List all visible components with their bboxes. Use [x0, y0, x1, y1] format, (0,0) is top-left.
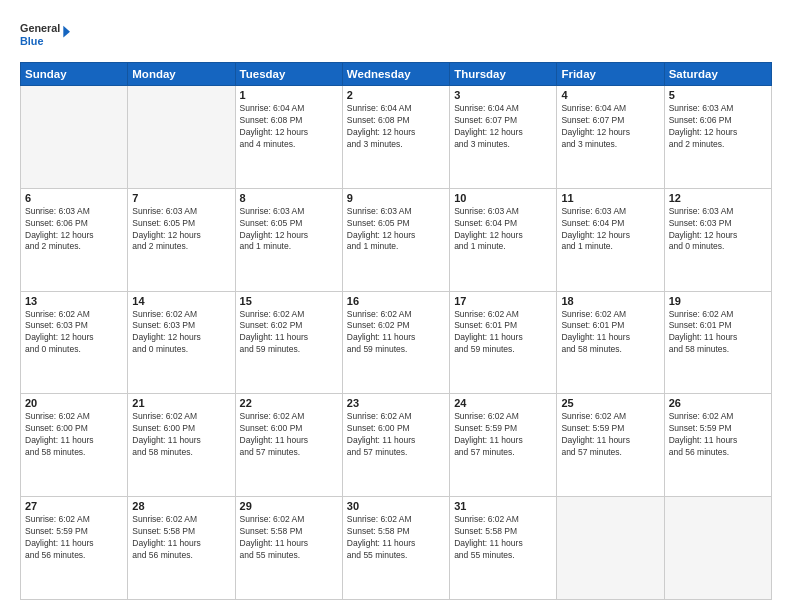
day-info: Sunrise: 6:02 AM Sunset: 6:03 PM Dayligh…	[132, 309, 230, 357]
day-info: Sunrise: 6:02 AM Sunset: 5:58 PM Dayligh…	[454, 514, 552, 562]
calendar-cell: 25Sunrise: 6:02 AM Sunset: 5:59 PM Dayli…	[557, 394, 664, 497]
calendar-cell: 1Sunrise: 6:04 AM Sunset: 6:08 PM Daylig…	[235, 86, 342, 189]
day-info: Sunrise: 6:02 AM Sunset: 5:59 PM Dayligh…	[669, 411, 767, 459]
day-number: 21	[132, 397, 230, 409]
header-day: Monday	[128, 63, 235, 86]
day-info: Sunrise: 6:02 AM Sunset: 5:58 PM Dayligh…	[347, 514, 445, 562]
day-info: Sunrise: 6:03 AM Sunset: 6:05 PM Dayligh…	[132, 206, 230, 254]
day-info: Sunrise: 6:03 AM Sunset: 6:05 PM Dayligh…	[347, 206, 445, 254]
day-number: 27	[25, 500, 123, 512]
day-info: Sunrise: 6:04 AM Sunset: 6:08 PM Dayligh…	[347, 103, 445, 151]
calendar-cell: 21Sunrise: 6:02 AM Sunset: 6:00 PM Dayli…	[128, 394, 235, 497]
day-number: 1	[240, 89, 338, 101]
calendar-cell: 22Sunrise: 6:02 AM Sunset: 6:00 PM Dayli…	[235, 394, 342, 497]
calendar-cell: 13Sunrise: 6:02 AM Sunset: 6:03 PM Dayli…	[21, 291, 128, 394]
day-number: 23	[347, 397, 445, 409]
day-info: Sunrise: 6:02 AM Sunset: 5:59 PM Dayligh…	[454, 411, 552, 459]
calendar-cell: 12Sunrise: 6:03 AM Sunset: 6:03 PM Dayli…	[664, 188, 771, 291]
day-info: Sunrise: 6:03 AM Sunset: 6:04 PM Dayligh…	[561, 206, 659, 254]
day-number: 25	[561, 397, 659, 409]
day-number: 8	[240, 192, 338, 204]
calendar-cell: 30Sunrise: 6:02 AM Sunset: 5:58 PM Dayli…	[342, 497, 449, 600]
calendar-cell: 19Sunrise: 6:02 AM Sunset: 6:01 PM Dayli…	[664, 291, 771, 394]
svg-marker-2	[63, 26, 70, 38]
day-info: Sunrise: 6:02 AM Sunset: 6:02 PM Dayligh…	[347, 309, 445, 357]
calendar-cell: 9Sunrise: 6:03 AM Sunset: 6:05 PM Daylig…	[342, 188, 449, 291]
day-info: Sunrise: 6:02 AM Sunset: 6:00 PM Dayligh…	[25, 411, 123, 459]
calendar-cell: 5Sunrise: 6:03 AM Sunset: 6:06 PM Daylig…	[664, 86, 771, 189]
calendar-cell: 15Sunrise: 6:02 AM Sunset: 6:02 PM Dayli…	[235, 291, 342, 394]
day-number: 31	[454, 500, 552, 512]
day-number: 22	[240, 397, 338, 409]
calendar-cell: 17Sunrise: 6:02 AM Sunset: 6:01 PM Dayli…	[450, 291, 557, 394]
day-info: Sunrise: 6:03 AM Sunset: 6:05 PM Dayligh…	[240, 206, 338, 254]
day-number: 15	[240, 295, 338, 307]
day-number: 10	[454, 192, 552, 204]
day-info: Sunrise: 6:02 AM Sunset: 5:58 PM Dayligh…	[132, 514, 230, 562]
day-info: Sunrise: 6:02 AM Sunset: 6:02 PM Dayligh…	[240, 309, 338, 357]
calendar-cell: 28Sunrise: 6:02 AM Sunset: 5:58 PM Dayli…	[128, 497, 235, 600]
calendar-cell: 14Sunrise: 6:02 AM Sunset: 6:03 PM Dayli…	[128, 291, 235, 394]
calendar-cell: 18Sunrise: 6:02 AM Sunset: 6:01 PM Dayli…	[557, 291, 664, 394]
day-number: 29	[240, 500, 338, 512]
calendar-cell: 29Sunrise: 6:02 AM Sunset: 5:58 PM Dayli…	[235, 497, 342, 600]
calendar-cell: 24Sunrise: 6:02 AM Sunset: 5:59 PM Dayli…	[450, 394, 557, 497]
header-day: Saturday	[664, 63, 771, 86]
day-number: 17	[454, 295, 552, 307]
page: General Blue SundayMondayTuesdayWednesda…	[0, 0, 792, 612]
day-number: 26	[669, 397, 767, 409]
calendar-cell: 2Sunrise: 6:04 AM Sunset: 6:08 PM Daylig…	[342, 86, 449, 189]
day-info: Sunrise: 6:04 AM Sunset: 6:08 PM Dayligh…	[240, 103, 338, 151]
day-number: 2	[347, 89, 445, 101]
week-row: 1Sunrise: 6:04 AM Sunset: 6:08 PM Daylig…	[21, 86, 772, 189]
day-info: Sunrise: 6:03 AM Sunset: 6:04 PM Dayligh…	[454, 206, 552, 254]
header-day: Wednesday	[342, 63, 449, 86]
week-row: 6Sunrise: 6:03 AM Sunset: 6:06 PM Daylig…	[21, 188, 772, 291]
day-info: Sunrise: 6:02 AM Sunset: 6:01 PM Dayligh…	[561, 309, 659, 357]
day-info: Sunrise: 6:03 AM Sunset: 6:03 PM Dayligh…	[669, 206, 767, 254]
calendar-cell	[664, 497, 771, 600]
day-number: 14	[132, 295, 230, 307]
day-info: Sunrise: 6:02 AM Sunset: 6:03 PM Dayligh…	[25, 309, 123, 357]
day-number: 12	[669, 192, 767, 204]
day-number: 9	[347, 192, 445, 204]
calendar-cell: 31Sunrise: 6:02 AM Sunset: 5:58 PM Dayli…	[450, 497, 557, 600]
calendar-cell: 7Sunrise: 6:03 AM Sunset: 6:05 PM Daylig…	[128, 188, 235, 291]
day-info: Sunrise: 6:04 AM Sunset: 6:07 PM Dayligh…	[454, 103, 552, 151]
day-info: Sunrise: 6:02 AM Sunset: 6:01 PM Dayligh…	[454, 309, 552, 357]
calendar-cell: 6Sunrise: 6:03 AM Sunset: 6:06 PM Daylig…	[21, 188, 128, 291]
day-number: 3	[454, 89, 552, 101]
header-day: Sunday	[21, 63, 128, 86]
day-number: 4	[561, 89, 659, 101]
day-number: 18	[561, 295, 659, 307]
day-info: Sunrise: 6:02 AM Sunset: 6:00 PM Dayligh…	[347, 411, 445, 459]
day-info: Sunrise: 6:04 AM Sunset: 6:07 PM Dayligh…	[561, 103, 659, 151]
week-row: 20Sunrise: 6:02 AM Sunset: 6:00 PM Dayli…	[21, 394, 772, 497]
day-info: Sunrise: 6:02 AM Sunset: 5:59 PM Dayligh…	[561, 411, 659, 459]
day-number: 13	[25, 295, 123, 307]
logo: General Blue	[20, 16, 70, 54]
svg-text:General: General	[20, 23, 60, 35]
day-info: Sunrise: 6:02 AM Sunset: 6:00 PM Dayligh…	[240, 411, 338, 459]
header-row: SundayMondayTuesdayWednesdayThursdayFrid…	[21, 63, 772, 86]
header: General Blue	[20, 16, 772, 54]
day-info: Sunrise: 6:02 AM Sunset: 5:59 PM Dayligh…	[25, 514, 123, 562]
day-number: 7	[132, 192, 230, 204]
calendar-cell	[21, 86, 128, 189]
calendar-cell: 27Sunrise: 6:02 AM Sunset: 5:59 PM Dayli…	[21, 497, 128, 600]
day-number: 5	[669, 89, 767, 101]
day-number: 28	[132, 500, 230, 512]
day-number: 16	[347, 295, 445, 307]
svg-text:Blue: Blue	[20, 35, 43, 47]
day-number: 19	[669, 295, 767, 307]
calendar-cell: 16Sunrise: 6:02 AM Sunset: 6:02 PM Dayli…	[342, 291, 449, 394]
day-number: 6	[25, 192, 123, 204]
day-number: 11	[561, 192, 659, 204]
calendar-cell: 4Sunrise: 6:04 AM Sunset: 6:07 PM Daylig…	[557, 86, 664, 189]
day-number: 30	[347, 500, 445, 512]
calendar-table: SundayMondayTuesdayWednesdayThursdayFrid…	[20, 62, 772, 600]
header-day: Tuesday	[235, 63, 342, 86]
day-number: 20	[25, 397, 123, 409]
calendar-cell: 11Sunrise: 6:03 AM Sunset: 6:04 PM Dayli…	[557, 188, 664, 291]
day-info: Sunrise: 6:03 AM Sunset: 6:06 PM Dayligh…	[669, 103, 767, 151]
